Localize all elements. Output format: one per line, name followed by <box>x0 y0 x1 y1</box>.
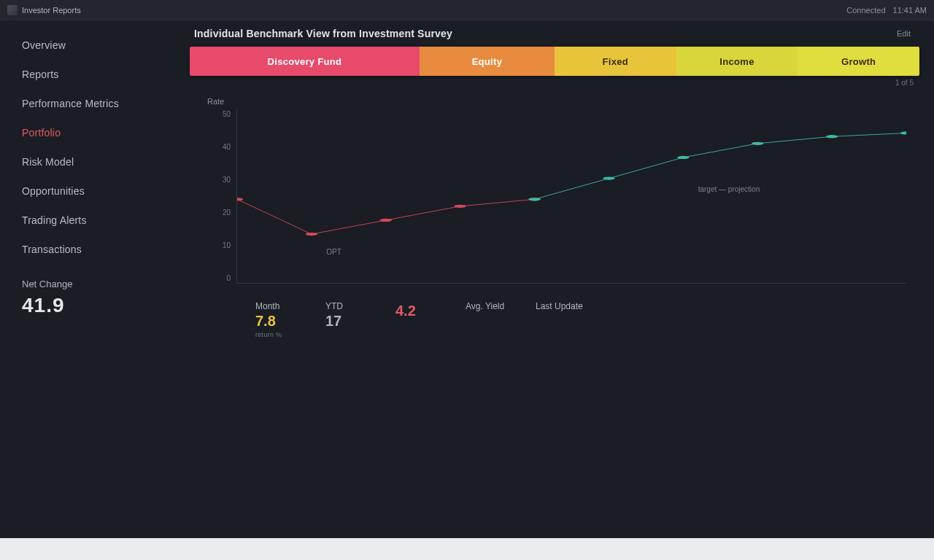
page-title: Individual Benchmark View from Investmen… <box>194 28 885 39</box>
chart-series-line <box>237 199 535 234</box>
stat-item: Last Update <box>536 301 583 311</box>
connection-status: Connected <box>846 6 885 15</box>
chart-annotation: target — projection <box>698 185 760 193</box>
titlebar: Investor Reports Connected 11:41 AM <box>0 0 934 20</box>
stat-item: Month7.8return % <box>255 301 299 338</box>
tab-growth[interactable]: Growth <box>798 47 919 76</box>
tab-fixed[interactable]: Fixed <box>555 47 676 76</box>
chart-point <box>528 198 541 201</box>
stat-label: Month <box>255 301 279 311</box>
footer-bar <box>0 538 934 560</box>
stat-label: Avg. Yield <box>466 301 504 311</box>
tab-discovery-fund[interactable]: Discovery Fund <box>190 47 420 76</box>
chart-xlabel: OPT <box>326 248 341 256</box>
sidebar: Overview Reports Performance Metrics Por… <box>0 20 182 538</box>
stat-item: 4.2 <box>395 301 439 319</box>
stat-label: Last Update <box>536 301 583 311</box>
edit-button[interactable]: Edit <box>892 28 915 39</box>
main: Individual Benchmark View from Investmen… <box>182 20 934 538</box>
chart-point <box>237 198 243 201</box>
y-tick: 20 <box>223 209 231 217</box>
sidebar-stat-label: Net Change <box>22 279 168 289</box>
y-tick: 30 <box>223 176 231 184</box>
y-tick: 0 <box>226 274 231 282</box>
stat-sublabel: return % <box>255 331 299 338</box>
sidebar-item-reports[interactable]: Reports <box>22 60 168 89</box>
app-name: Investor Reports <box>22 6 81 15</box>
sidebar-item-transactions[interactable]: Transactions <box>22 235 168 264</box>
stat-item: YTD17 <box>325 301 369 330</box>
chart-point <box>900 131 906 134</box>
chart-point <box>752 142 764 145</box>
sidebar-stat-value: 41.9 <box>22 294 168 317</box>
y-tick: 40 <box>223 143 231 151</box>
chart-point <box>826 135 838 138</box>
page-indicator: 1 of 5 <box>895 79 914 87</box>
tab-income[interactable]: Income <box>676 47 798 76</box>
sidebar-item-overview[interactable]: Overview <box>22 31 168 60</box>
y-tick: 50 <box>223 110 231 118</box>
sidebar-stat: Net Change 41.9 <box>22 279 168 317</box>
clock: 11:41 AM <box>893 6 927 15</box>
tab-equity[interactable]: Equity <box>420 47 555 76</box>
tab-strip: Discovery Fund Equity Fixed Income Growt… <box>190 47 919 76</box>
sidebar-item-alerts[interactable]: Trading Alerts <box>22 206 168 235</box>
sidebar-item-opportunities[interactable]: Opportunities <box>22 176 168 206</box>
chart-point <box>677 156 690 159</box>
chart-point <box>454 205 466 208</box>
y-tick: 10 <box>223 241 231 249</box>
chart-point <box>306 233 318 236</box>
chart-y-axis: 50403020100 <box>203 109 236 284</box>
sidebar-item-performance[interactable]: Performance Metrics <box>22 89 168 118</box>
sidebar-item-risk[interactable]: Risk Model <box>22 147 168 176</box>
stat-value: 4.2 <box>395 303 439 319</box>
stat-value: 7.8 <box>255 313 299 330</box>
chart-point <box>380 219 393 222</box>
app-icon <box>7 5 18 15</box>
chart-card: Rate 50403020100 target — projection OPT <box>190 90 919 288</box>
sidebar-item-portfolio[interactable]: Portfolio <box>22 118 168 147</box>
stats-row: Month7.8return %YTD174.2Avg. YieldLast U… <box>190 288 919 346</box>
stat-label: YTD <box>325 301 343 311</box>
chart-title: Rate <box>203 97 906 106</box>
stat-item: Avg. Yield <box>466 301 509 311</box>
chart-point <box>603 176 615 179</box>
chart-plot[interactable]: target — projection OPT <box>236 109 906 284</box>
stat-value: 17 <box>325 313 369 330</box>
